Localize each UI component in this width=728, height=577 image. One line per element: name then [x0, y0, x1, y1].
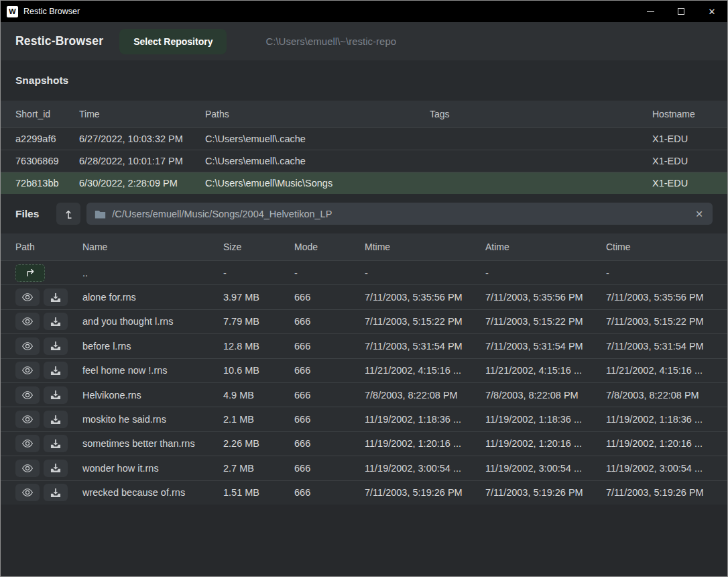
page-title: Restic-Browser	[15, 34, 103, 48]
file-mtime: 11/19/2002, 3:00:54 ...	[365, 463, 485, 474]
snapshots-table-body: a2299af66/27/2022, 10:03:32 PMC:\Users\e…	[1, 127, 727, 194]
column-header-tags: Tags	[430, 109, 652, 119]
snapshot-row[interactable]: 763068696/28/2022, 10:01:17 PMC:\Users\e…	[1, 150, 727, 172]
file-ctime: 11/19/2002, 1:18:36 ...	[606, 414, 713, 425]
file-size: 10.6 MB	[223, 365, 294, 376]
snapshots-table-header: Short_id Time Paths Tags Hostname	[1, 101, 727, 127]
file-row[interactable]: wonder how it.rns2.7 MB66611/19/2002, 3:…	[1, 456, 727, 480]
snapshot-row[interactable]: a2299af66/27/2022, 10:03:32 PMC:\Users\e…	[1, 127, 727, 150]
file-name: ..	[82, 268, 223, 278]
file-row[interactable]: Helvikone.rns4.9 MB6667/8/2003, 8:22:08 …	[1, 382, 727, 407]
file-mtime: 7/8/2003, 8:22:08 PM	[365, 390, 485, 401]
eye-icon	[21, 317, 34, 326]
file-actions	[15, 362, 82, 379]
file-name: wrecked because of.rns	[82, 487, 223, 498]
eye-icon	[21, 390, 34, 400]
file-actions	[15, 386, 82, 404]
download-file-button[interactable]	[44, 484, 68, 501]
file-row[interactable]: moskito he said.rns2.1 MB66611/19/2002, …	[1, 407, 727, 431]
file-ctime: 7/8/2003, 8:22:08 PM	[606, 390, 713, 401]
download-file-button[interactable]	[44, 288, 68, 306]
file-mode: 666	[294, 414, 365, 425]
file-row[interactable]: before l.rns12.8 MB6667/11/2003, 5:31:54…	[1, 333, 727, 358]
snapshot-row[interactable]: 72b813bb6/30/2022, 2:28:09 PMC:\Users\em…	[1, 172, 727, 194]
file-row[interactable]: and you thought l.rns7.79 MB6667/11/2003…	[1, 309, 727, 333]
file-mtime: 11/19/2002, 1:20:16 ...	[365, 438, 485, 449]
app-window: W Restic Browser ✕ Restic-Browser Select…	[0, 0, 728, 577]
file-name: alone for.rns	[82, 292, 223, 303]
minimize-icon	[647, 11, 654, 12]
level-up-icon	[63, 209, 74, 219]
repository-path: C:\Users\emuell\~\restic-repo	[265, 36, 396, 47]
download-file-button[interactable]	[44, 411, 68, 428]
file-size: 2.26 MB	[223, 438, 294, 449]
preview-file-button[interactable]	[15, 411, 40, 428]
preview-file-button[interactable]	[15, 484, 40, 501]
file-mtime: 7/11/2003, 5:31:54 PM	[365, 341, 485, 352]
eye-icon	[21, 439, 34, 448]
clear-path-icon: ✕	[695, 209, 703, 219]
column-header-path: Path	[15, 242, 82, 252]
download-file-button[interactable]	[44, 435, 68, 452]
snapshot-short-id: 72b813bb	[15, 178, 79, 189]
file-row[interactable]: alone for.rns3.97 MB6667/11/2003, 5:35:5…	[1, 284, 727, 309]
file-actions	[15, 435, 82, 452]
download-file-button[interactable]	[44, 313, 68, 330]
file-row-parent[interactable]: ..-----	[1, 260, 727, 284]
file-row[interactable]: feel home now !.rns10.6 MB66611/21/2002,…	[1, 358, 727, 382]
files-section-bar: Files /C/Users/emuell/Music/Songs/2004_H…	[1, 194, 727, 233]
eye-icon	[21, 464, 34, 473]
file-size: 1.51 MB	[223, 487, 294, 498]
file-row[interactable]: sometimes better than.rns2.26 MB66611/19…	[1, 431, 727, 456]
file-atime: 7/11/2003, 5:31:54 PM	[485, 341, 606, 352]
file-atime: 11/19/2002, 1:20:16 ...	[485, 438, 606, 449]
file-atime: 11/19/2002, 3:00:54 ...	[485, 463, 606, 474]
clear-path-button[interactable]: ✕	[694, 209, 705, 219]
snapshot-short-id: 76306869	[15, 156, 79, 166]
file-mtime: 7/11/2003, 5:19:26 PM	[365, 487, 485, 498]
file-mode: 666	[294, 438, 365, 449]
preview-file-button[interactable]	[15, 386, 40, 404]
empty-content-area	[1, 505, 727, 576]
preview-file-button[interactable]	[15, 313, 40, 330]
column-header-paths: Paths	[205, 109, 430, 119]
preview-file-button[interactable]	[15, 288, 40, 306]
preview-file-button[interactable]	[15, 362, 40, 379]
preview-file-button[interactable]	[15, 460, 40, 477]
snapshot-time: 6/28/2022, 10:01:17 PM	[79, 156, 205, 166]
level-up-button[interactable]	[56, 203, 80, 225]
up-directory-arrow-icon	[25, 268, 36, 278]
file-ctime: 11/19/2002, 1:20:16 ...	[606, 438, 713, 449]
download-file-button[interactable]	[44, 337, 68, 355]
files-table-body: ..-----alone for.rns3.97 MB6667/11/2003,…	[1, 260, 727, 505]
download-file-button[interactable]	[44, 460, 68, 477]
minimize-button[interactable]	[635, 1, 666, 22]
file-atime: -	[485, 268, 606, 278]
column-header-ctime: Ctime	[606, 242, 713, 252]
files-table-header: Path Name Size Mode Mtime Atime Ctime	[1, 233, 727, 260]
file-mtime: -	[365, 268, 485, 278]
preview-file-button[interactable]	[15, 435, 40, 452]
file-ctime: -	[606, 268, 713, 278]
preview-file-button[interactable]	[15, 337, 40, 355]
select-repository-button[interactable]: Select Repository	[119, 29, 227, 54]
snapshot-paths: C:\Users\emuell\.cache	[205, 134, 430, 144]
maximize-icon	[678, 8, 684, 15]
open-parent-directory-button[interactable]	[15, 264, 45, 282]
download-file-button[interactable]	[44, 386, 68, 404]
close-button[interactable]: ✕	[696, 1, 727, 22]
file-name: feel home now !.rns	[82, 365, 223, 376]
file-mtime: 11/21/2002, 4:15:16 ...	[365, 365, 485, 376]
file-actions	[15, 264, 82, 282]
file-row[interactable]: wrecked because of.rns1.51 MB6667/11/200…	[1, 480, 727, 505]
file-size: -	[223, 268, 294, 278]
snapshot-time: 6/27/2022, 10:03:32 PM	[79, 134, 205, 144]
maximize-button[interactable]	[666, 1, 696, 22]
download-icon	[50, 390, 61, 400]
current-path-bar[interactable]: /C/Users/emuell/Music/Songs/2004_Helveti…	[86, 203, 713, 225]
download-file-button[interactable]	[44, 362, 68, 379]
file-mtime: 11/19/2002, 1:18:36 ...	[365, 414, 485, 425]
column-header-hostname: Hostname	[652, 109, 713, 119]
snapshot-time: 6/30/2022, 2:28:09 PM	[79, 178, 205, 189]
download-icon	[50, 341, 61, 351]
